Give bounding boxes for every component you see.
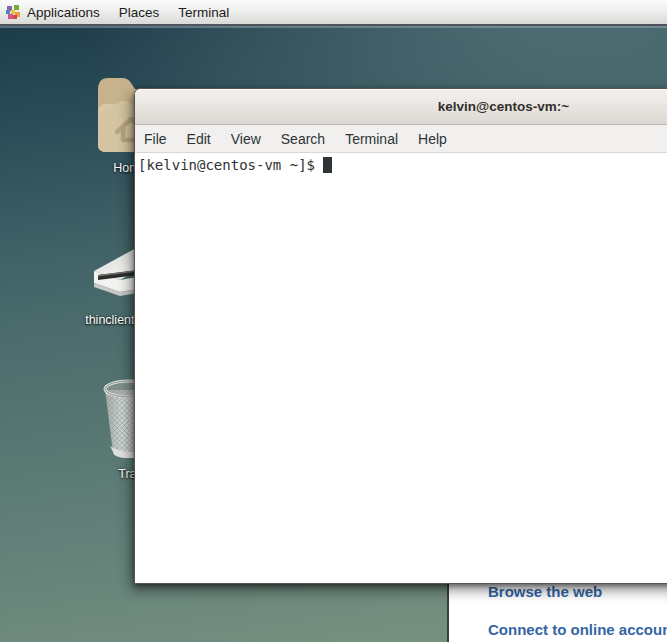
terminal-menubar: File Edit View Search Terminal Help [135, 125, 667, 153]
applications-icon [5, 4, 21, 20]
menu-edit[interactable]: Edit [177, 127, 221, 151]
terminal-window-title: kelvin@centos-vm:~ [438, 99, 569, 114]
menu-view[interactable]: View [221, 127, 271, 151]
menu-help[interactable]: Help [408, 127, 457, 151]
connect-online-accounts-link[interactable]: Connect to online accounts [488, 621, 667, 638]
top-panel: Applications Places Terminal [0, 0, 667, 26]
terminal-cursor [323, 157, 332, 173]
terminal-window: kelvin@centos-vm:~ File Edit View Search… [134, 88, 667, 584]
shell-prompt: [kelvin@centos-vm ~]$ [138, 157, 315, 173]
menu-file[interactable]: File [135, 127, 177, 151]
terminal-titlebar[interactable]: kelvin@centos-vm:~ [135, 89, 667, 125]
terminal-content[interactable]: [kelvin@centos-vm ~]$ [135, 153, 667, 591]
terminal-app-menu[interactable]: Terminal [170, 1, 240, 24]
applications-menu[interactable]: Applications [27, 1, 111, 24]
menu-terminal[interactable]: Terminal [335, 127, 408, 151]
menu-search[interactable]: Search [271, 127, 335, 151]
places-menu[interactable]: Places [111, 1, 171, 24]
